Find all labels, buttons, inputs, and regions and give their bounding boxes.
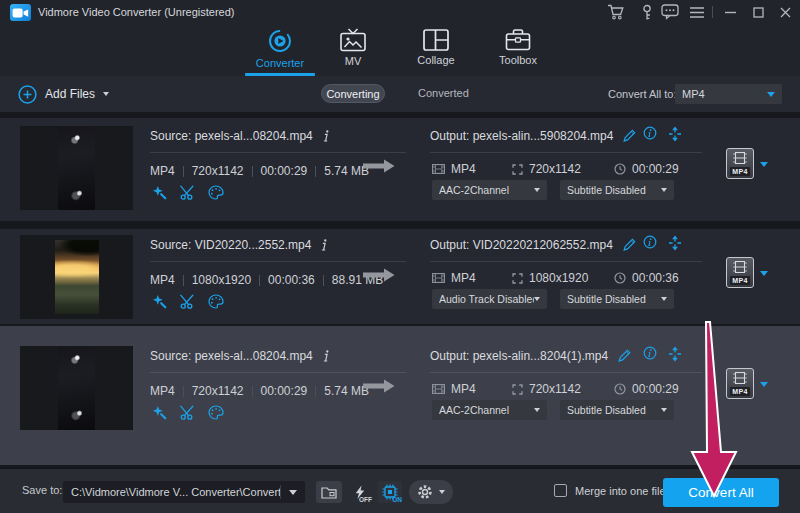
toolbar: Add Files Converting Converted Convert A… <box>0 76 800 112</box>
merge-label: Merge into one file <box>575 485 666 497</box>
output-format-badge[interactable]: MP4 <box>726 257 754 288</box>
compare-icon[interactable] <box>668 346 682 362</box>
file-list: Source: pexels-al...08204.mp4 MP4720x114… <box>0 112 800 468</box>
tab-toolbox[interactable]: Toolbox <box>480 26 556 76</box>
converted-tab[interactable]: Converted <box>418 84 469 103</box>
path-caret[interactable] <box>281 490 305 495</box>
expand-icon <box>512 384 523 395</box>
hardware-acceleration-toggle[interactable]: ON <box>378 481 402 503</box>
open-folder-button[interactable] <box>316 481 342 503</box>
merge-checkbox[interactable] <box>554 484 567 497</box>
minimize-button[interactable] <box>717 0 743 24</box>
convert-all-button[interactable]: Convert All <box>663 478 779 507</box>
format-caret-icon[interactable] <box>760 162 768 167</box>
audio-track-dropdown[interactable]: AAC-2Channel <box>432 400 547 420</box>
output-resolution: 720x1142 <box>512 382 581 396</box>
file-row[interactable]: Source: pexels-al...08204.mp4 MP4720x114… <box>0 118 800 221</box>
source-meta: MP4720x114200:00:295.74 MB <box>150 166 377 177</box>
divider <box>150 261 406 262</box>
output-filename: Output: VID20220212062552.mp4 <box>430 237 637 252</box>
file-row[interactable]: Source: pexels-al...08204.mp4 MP4720x114… <box>0 326 800 465</box>
subtitle-dropdown[interactable]: Subtitle Disabled <box>560 289 674 309</box>
effect-palette-icon[interactable] <box>208 405 224 420</box>
save-path-value: C:\Vidmore\Vidmore V... Converter\Conver… <box>63 486 280 498</box>
app-logo-icon <box>10 4 31 21</box>
cut-scissors-icon[interactable] <box>180 294 195 309</box>
row-tools <box>152 294 224 309</box>
add-files-button[interactable]: Add Files <box>18 84 109 104</box>
badge-film-icon <box>733 261 747 273</box>
maximize-button[interactable] <box>745 0 771 24</box>
output-info-icon[interactable] <box>643 235 657 249</box>
edit-wand-icon[interactable] <box>152 294 167 309</box>
rename-pencil-icon[interactable] <box>622 237 637 252</box>
row-tools <box>152 185 224 200</box>
header: Vidmore Video Converter (Unregistered) C… <box>0 0 800 76</box>
output-info-icon[interactable] <box>643 346 657 360</box>
chevron-down-icon <box>767 92 775 97</box>
collage-icon <box>423 29 449 51</box>
film-icon <box>432 273 445 283</box>
divider <box>150 372 406 373</box>
store-cart-icon[interactable] <box>603 0 629 24</box>
rename-pencil-icon[interactable] <box>622 128 637 143</box>
high-speed-toggle[interactable]: OFF <box>348 481 372 503</box>
clock-icon <box>614 272 626 284</box>
window-title: Vidmore Video Converter (Unregistered) <box>38 0 234 24</box>
output-format-badge[interactable]: MP4 <box>726 368 754 399</box>
output-format: MP4 <box>432 271 476 285</box>
compare-icon[interactable] <box>668 235 682 251</box>
cut-scissors-icon[interactable] <box>180 405 195 420</box>
edit-wand-icon[interactable] <box>152 185 167 200</box>
source-filename: Source: pexels-al...08204.mp4 <box>150 128 330 143</box>
rename-pencil-icon[interactable] <box>617 348 632 363</box>
tab-collage[interactable]: Collage <box>398 26 474 76</box>
format-caret-icon[interactable] <box>760 271 768 276</box>
source-info-icon[interactable] <box>322 130 330 142</box>
tab-mv[interactable]: MV <box>315 26 391 76</box>
effect-palette-icon[interactable] <box>208 294 224 309</box>
save-to-label: Save to: <box>22 484 62 496</box>
chevron-down-icon <box>439 490 445 494</box>
output-resolution: 720x1142 <box>512 162 581 176</box>
merge-option[interactable]: Merge into one file <box>554 484 666 497</box>
compare-icon[interactable] <box>668 126 682 142</box>
format-caret-icon[interactable] <box>760 382 768 387</box>
chevron-down-icon <box>534 188 540 192</box>
settings-button[interactable] <box>409 480 453 504</box>
chevron-down-icon <box>289 490 297 495</box>
audio-track-dropdown[interactable]: AAC-2Channel <box>432 180 547 200</box>
output-format: MP4 <box>432 382 476 396</box>
bottombar: Save to: C:\Vidmore\Vidmore V... Convert… <box>0 468 800 513</box>
global-format-dropdown[interactable]: MP4 <box>675 84 782 104</box>
divider <box>430 372 702 373</box>
source-info-icon[interactable] <box>322 350 330 362</box>
feedback-chat-icon[interactable] <box>657 0 683 24</box>
subtitle-dropdown[interactable]: Subtitle Disabled <box>560 400 674 420</box>
close-button[interactable] <box>772 0 798 24</box>
save-path-dropdown[interactable]: C:\Vidmore\Vidmore V... Converter\Conver… <box>63 481 305 503</box>
source-info-icon[interactable] <box>320 239 328 251</box>
effect-palette-icon[interactable] <box>208 185 224 200</box>
expand-icon <box>512 164 523 175</box>
subtitle-dropdown[interactable]: Subtitle Disabled <box>560 180 674 200</box>
edit-wand-icon[interactable] <box>152 405 167 420</box>
output-resolution: 1080x1920 <box>512 271 588 285</box>
menu-icon[interactable] <box>684 0 710 24</box>
badge-film-icon <box>733 372 747 384</box>
converting-tab[interactable]: Converting <box>321 84 385 103</box>
file-row[interactable]: Source: VID20220...2552.mp4 MP41080x1920… <box>0 229 800 324</box>
chevron-down-icon <box>534 408 540 412</box>
convert-direction-arrow-icon <box>362 156 396 176</box>
divider <box>430 261 702 262</box>
convert-direction-arrow-icon <box>362 376 396 396</box>
source-filename: Source: VID20220...2552.mp4 <box>150 237 328 252</box>
mv-icon <box>339 28 367 52</box>
expand-icon <box>512 273 523 284</box>
output-format-badge[interactable]: MP4 <box>726 148 754 179</box>
cut-scissors-icon[interactable] <box>180 185 195 200</box>
audio-track-dropdown[interactable]: Audio Track Disabled <box>432 289 547 309</box>
tab-converter[interactable]: Converter <box>242 26 318 76</box>
converter-icon <box>267 28 293 54</box>
output-info-icon[interactable] <box>643 126 657 140</box>
